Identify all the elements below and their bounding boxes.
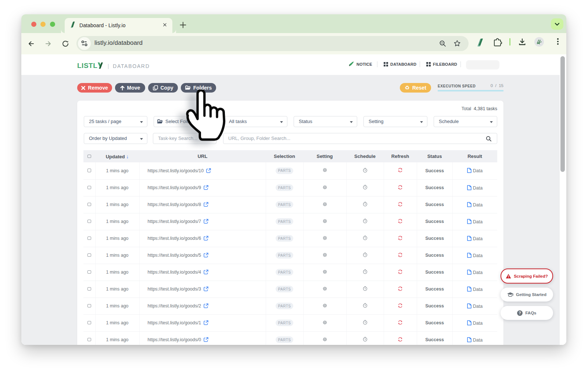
svg-text:?: ? xyxy=(519,311,521,315)
